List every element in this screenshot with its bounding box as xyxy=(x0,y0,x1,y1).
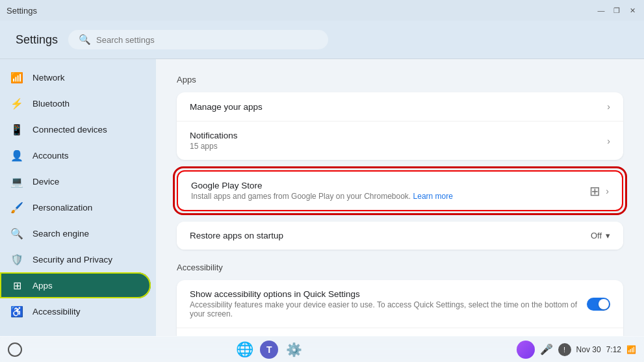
chevron-icon: › xyxy=(607,101,610,112)
sidebar-item-label: Accounts xyxy=(32,151,69,161)
apps-card: Manage your apps › Notifications 15 apps… xyxy=(177,92,623,160)
mic-icon: 🎤 xyxy=(540,343,553,356)
search-engine-icon: 🔍 xyxy=(10,227,23,240)
sidebar-item-accessibility[interactable]: ♿ Accessibility xyxy=(0,298,151,324)
bluetooth-icon: ⚡ xyxy=(10,97,23,110)
sidebar-item-accounts[interactable]: 👤 Accounts xyxy=(0,142,151,168)
devices-icon: 📱 xyxy=(10,123,23,136)
settings-icon: ⚙️ xyxy=(286,342,302,357)
taskbar-teams[interactable]: T xyxy=(259,340,279,359)
teams-icon: T xyxy=(260,341,278,359)
taskbar-settings[interactable]: ⚙️ xyxy=(284,340,303,359)
launcher-button[interactable] xyxy=(8,343,22,357)
shield-icon: 🛡️ xyxy=(10,253,23,266)
titlebar-controls: — ❐ ✕ xyxy=(596,5,638,16)
accessibility-section-title: Accessibility xyxy=(177,263,623,272)
apps-section-title: Apps xyxy=(177,75,623,84)
accessibility-card: Show accessibility options in Quick Sett… xyxy=(177,280,623,336)
manage-apps-content: Manage your apps xyxy=(190,102,607,112)
titlebar: Settings — ❐ ✕ xyxy=(0,0,644,21)
sidebar-item-search-engine[interactable]: 🔍 Search engine xyxy=(0,220,151,246)
restore-row: Restore apps on startup Off ▾ xyxy=(177,222,623,250)
taskbar-chrome[interactable]: 🌐 xyxy=(235,340,254,359)
learn-more-link[interactable]: Learn more xyxy=(413,192,453,201)
google-play-card[interactable]: Google Play Store Install apps and games… xyxy=(177,170,623,211)
restore-title: Restore apps on startup xyxy=(190,231,283,240)
sidebar-item-connected-devices[interactable]: 📱 Connected devices xyxy=(0,116,151,142)
restore-value: Off xyxy=(591,231,602,240)
sidebar-item-network[interactable]: 📶 Network xyxy=(0,64,151,90)
maximize-button[interactable]: ❐ xyxy=(612,5,622,16)
chevron-icon: › xyxy=(606,186,609,196)
google-play-right: ⊞ › xyxy=(589,183,609,199)
main-content: Apps Manage your apps › Notifications 15… xyxy=(156,59,644,336)
chrome-icon: 🌐 xyxy=(236,341,253,358)
personalization-icon: 🖌️ xyxy=(10,201,23,214)
quick-settings-subtitle: Accessibility features make your device … xyxy=(190,300,587,318)
taskbar-center: 🌐 T ⚙️ xyxy=(235,340,303,359)
notifications-right: › xyxy=(607,136,610,146)
time-display: 7:12 xyxy=(606,345,621,354)
person-icon: 👤 xyxy=(10,149,23,162)
sidebar-item-bluetooth[interactable]: ⚡ Bluetooth xyxy=(0,90,151,116)
notifications-content: Notifications 15 apps xyxy=(190,131,607,151)
google-play-store-icon: ⊞ xyxy=(589,183,600,199)
titlebar-title: Settings xyxy=(6,6,37,16)
text-to-speech-row[interactable]: Text-to-Speech ChromeVox screen reader a… xyxy=(177,328,623,336)
notification-icon: ! xyxy=(558,343,571,356)
minimize-button[interactable]: — xyxy=(596,5,606,16)
google-play-subtitle: Install apps and games from Google Play … xyxy=(191,192,589,201)
close-button[interactable]: ✕ xyxy=(627,5,638,16)
sidebar-item-label: Connected devices xyxy=(32,125,107,135)
sidebar-item-security-privacy[interactable]: 🛡️ Security and Privacy xyxy=(0,246,151,272)
wifi-status-icon: 📶 xyxy=(626,345,636,354)
sidebar-item-device[interactable]: 💻 Device xyxy=(0,168,151,194)
date-display: Nov 30 xyxy=(576,345,601,354)
google-play-title: Google Play Store xyxy=(191,181,589,190)
grid-icon: ⊞ xyxy=(10,279,23,292)
quick-settings-title: Show accessibility options in Quick Sett… xyxy=(190,289,587,299)
sidebar-item-label: Personalization xyxy=(32,203,92,213)
manage-apps-title: Manage your apps xyxy=(190,102,607,112)
notifications-title: Notifications xyxy=(190,131,607,140)
settings-header-title: Settings xyxy=(16,33,58,47)
manage-apps-row[interactable]: Manage your apps › xyxy=(177,92,623,122)
sidebar-item-label: Device xyxy=(32,177,59,187)
taskbar-left xyxy=(8,343,22,357)
wifi-icon: 📶 xyxy=(10,71,23,84)
settings-header: Settings 🔍 xyxy=(0,21,644,59)
quick-settings-row[interactable]: Show accessibility options in Quick Sett… xyxy=(177,280,623,328)
chevron-icon: › xyxy=(607,136,610,146)
user-avatar[interactable] xyxy=(517,341,535,359)
dropdown-arrow-icon: ▾ xyxy=(606,231,610,240)
sidebar-item-label: Security and Privacy xyxy=(32,255,112,265)
accessibility-icon: ♿ xyxy=(10,305,23,318)
sidebar-item-label: Search engine xyxy=(32,229,89,239)
search-icon: 🔍 xyxy=(79,34,91,45)
search-input[interactable] xyxy=(96,35,318,45)
app-body: 📶 Network ⚡ Bluetooth 📱 Connected device… xyxy=(0,59,644,336)
sidebar-item-label: Bluetooth xyxy=(32,99,70,109)
sidebar-item-apps[interactable]: ⊞ Apps xyxy=(0,272,151,298)
sidebar-item-label: Accessibility xyxy=(32,307,81,317)
sidebar: 📶 Network ⚡ Bluetooth 📱 Connected device… xyxy=(0,59,156,336)
notifications-row[interactable]: Notifications 15 apps › xyxy=(177,122,623,160)
google-play-content: Google Play Store Install apps and games… xyxy=(191,181,589,201)
restore-select[interactable]: Off ▾ xyxy=(591,231,610,240)
taskbar-right: 🎤 ! Nov 30 7:12 📶 xyxy=(517,341,636,359)
sidebar-item-label: Network xyxy=(32,73,65,83)
sidebar-item-personalization[interactable]: 🖌️ Personalization xyxy=(0,194,151,220)
sidebar-item-advanced[interactable]: ⚙ Advanced ▼ xyxy=(0,330,151,336)
accessibility-toggle[interactable] xyxy=(587,298,610,311)
manage-apps-right: › xyxy=(607,101,610,112)
notifications-subtitle: 15 apps xyxy=(190,142,607,151)
google-play-row[interactable]: Google Play Store Install apps and games… xyxy=(178,172,622,210)
taskbar: 🌐 T ⚙️ 🎤 ! Nov 30 7:12 📶 xyxy=(0,336,644,362)
sidebar-item-label: Apps xyxy=(32,281,53,291)
device-icon: 💻 xyxy=(10,175,23,188)
search-bar[interactable]: 🔍 xyxy=(68,30,328,49)
restore-card: Restore apps on startup Off ▾ xyxy=(177,222,623,250)
quick-settings-content: Show accessibility options in Quick Sett… xyxy=(190,289,587,318)
